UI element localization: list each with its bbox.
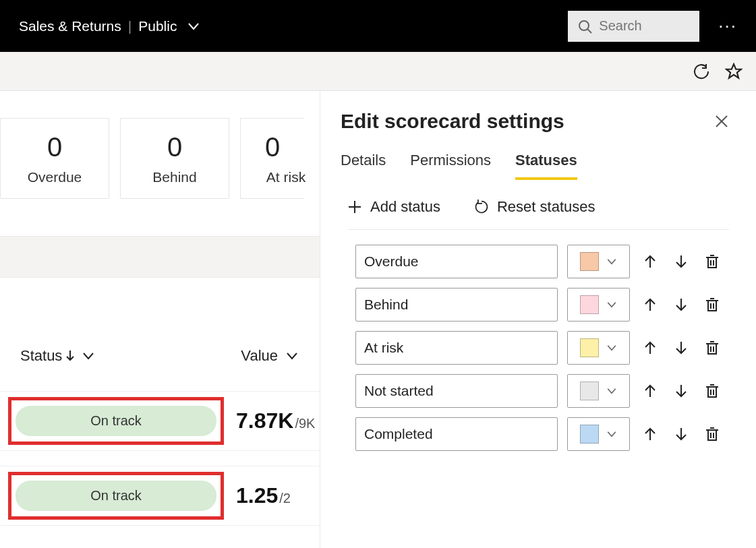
chevron-down-icon bbox=[606, 385, 618, 397]
status-row: Overdue bbox=[355, 245, 729, 278]
search-box[interactable] bbox=[568, 11, 699, 42]
color-swatch bbox=[580, 425, 599, 444]
card-label: At risk bbox=[266, 169, 306, 185]
column-status[interactable]: Status bbox=[20, 347, 96, 365]
chevron-down-icon[interactable] bbox=[81, 348, 96, 363]
move-up-button[interactable] bbox=[639, 294, 661, 315]
card-value: 0 bbox=[265, 132, 280, 162]
app-visibility[interactable]: Public bbox=[138, 18, 177, 34]
tab-statuses[interactable]: Statuses bbox=[515, 152, 577, 180]
reset-icon bbox=[474, 200, 489, 214]
status-color-dropdown[interactable] bbox=[567, 288, 630, 322]
column-value-label: Value bbox=[241, 347, 278, 365]
chevron-down-icon bbox=[606, 255, 618, 268]
delete-button[interactable] bbox=[701, 337, 723, 359]
status-name-input[interactable]: Not started bbox=[355, 374, 558, 408]
reset-statuses-button[interactable]: Reset statuses bbox=[474, 198, 595, 216]
move-down-button bbox=[670, 423, 692, 445]
chevron-down-icon bbox=[606, 428, 618, 440]
status-color-dropdown[interactable] bbox=[567, 331, 630, 365]
chevron-down-icon bbox=[606, 299, 618, 311]
status-pill-label: On track bbox=[90, 488, 142, 504]
value-main: 1.25 bbox=[236, 483, 278, 508]
move-down-button[interactable] bbox=[670, 337, 692, 359]
color-swatch bbox=[580, 338, 599, 357]
status-color-dropdown[interactable] bbox=[567, 417, 630, 451]
status-pill[interactable]: On track bbox=[16, 481, 216, 511]
chevron-down-icon bbox=[606, 342, 618, 354]
highlight-box: On track bbox=[8, 397, 224, 445]
sort-down-icon bbox=[66, 351, 74, 361]
status-name-input[interactable]: At risk bbox=[355, 331, 558, 365]
card-value: 0 bbox=[167, 132, 182, 162]
filter-bar bbox=[0, 236, 320, 278]
move-down-button[interactable] bbox=[670, 380, 692, 402]
highlight-box: On track bbox=[8, 472, 224, 520]
star-icon[interactable] bbox=[725, 63, 743, 80]
settings-panel: Edit scorecard settings Details Permissi… bbox=[320, 91, 756, 548]
row-value: 1.25 /2 bbox=[236, 483, 291, 508]
settings-tabs: Details Permissions Statuses bbox=[341, 152, 729, 181]
status-actions: Add status Reset statuses bbox=[347, 198, 729, 230]
add-status-label: Add status bbox=[370, 198, 440, 216]
column-value[interactable]: Value bbox=[241, 347, 299, 365]
summary-cards: 0 Overdue 0 Behind 0 At risk bbox=[0, 91, 320, 199]
panel-title: Edit scorecard settings bbox=[341, 110, 564, 133]
status-name-input[interactable]: Overdue bbox=[355, 245, 558, 278]
toolbar bbox=[0, 52, 756, 91]
card-value: 0 bbox=[47, 132, 62, 162]
tab-details[interactable]: Details bbox=[341, 152, 386, 180]
app-title: Sales & Returns | Public bbox=[19, 18, 201, 34]
status-list: OverdueBehindAt riskNot startedCompleted bbox=[355, 245, 729, 451]
chevron-down-icon[interactable] bbox=[186, 19, 201, 34]
add-status-button[interactable]: Add status bbox=[347, 198, 440, 216]
move-up-button[interactable] bbox=[639, 337, 661, 359]
value-target: /2 bbox=[279, 491, 291, 506]
table-header: Status Value bbox=[0, 347, 320, 365]
search-icon bbox=[577, 19, 592, 34]
app-name: Sales & Returns bbox=[19, 18, 121, 34]
color-swatch bbox=[580, 295, 599, 314]
move-down-button[interactable] bbox=[670, 251, 692, 272]
card-overdue[interactable]: 0 Overdue bbox=[0, 118, 109, 199]
chevron-down-icon[interactable] bbox=[285, 348, 299, 363]
close-button[interactable] bbox=[714, 114, 729, 129]
card-label: Overdue bbox=[28, 169, 82, 185]
scorecard-area: 0 Overdue 0 Behind 0 At risk Status Valu… bbox=[0, 91, 320, 548]
status-pill[interactable]: On track bbox=[16, 406, 216, 436]
status-name-input[interactable]: Completed bbox=[355, 417, 558, 451]
status-color-dropdown[interactable] bbox=[567, 374, 630, 408]
search-input[interactable] bbox=[599, 18, 690, 34]
app-header: Sales & Returns | Public ··· bbox=[0, 0, 756, 52]
status-row: Not started bbox=[355, 374, 729, 408]
color-swatch bbox=[580, 252, 599, 271]
tab-permissions[interactable]: Permissions bbox=[410, 152, 491, 180]
move-up-button bbox=[639, 251, 661, 272]
card-behind[interactable]: 0 Behind bbox=[120, 118, 229, 199]
move-up-button[interactable] bbox=[639, 380, 661, 402]
status-row: Completed bbox=[355, 417, 729, 451]
plus-icon bbox=[347, 200, 362, 214]
color-swatch bbox=[580, 382, 599, 400]
status-pill-label: On track bbox=[90, 413, 142, 429]
reset-statuses-label: Reset statuses bbox=[497, 198, 595, 216]
status-row: Behind bbox=[355, 288, 729, 322]
status-row: At risk bbox=[355, 331, 729, 365]
more-menu[interactable]: ··· bbox=[718, 16, 737, 36]
table-row[interactable]: On track 1.25 /2 bbox=[0, 466, 320, 526]
value-main: 7.87K bbox=[236, 408, 293, 433]
delete-button[interactable] bbox=[701, 294, 723, 315]
column-status-label: Status bbox=[20, 347, 62, 365]
delete-button[interactable] bbox=[701, 380, 723, 402]
delete-button[interactable] bbox=[701, 423, 723, 445]
delete-button[interactable] bbox=[701, 251, 723, 272]
status-name-input[interactable]: Behind bbox=[355, 288, 558, 322]
status-color-dropdown[interactable] bbox=[567, 245, 630, 278]
move-down-button[interactable] bbox=[670, 294, 692, 315]
value-target: /9K bbox=[295, 416, 315, 431]
move-up-button[interactable] bbox=[639, 423, 661, 445]
row-value: 7.87K /9K bbox=[236, 408, 315, 433]
table-row[interactable]: On track 7.87K /9K bbox=[0, 391, 320, 451]
card-at-risk[interactable]: 0 At risk bbox=[240, 118, 304, 199]
refresh-icon[interactable] bbox=[693, 63, 710, 80]
